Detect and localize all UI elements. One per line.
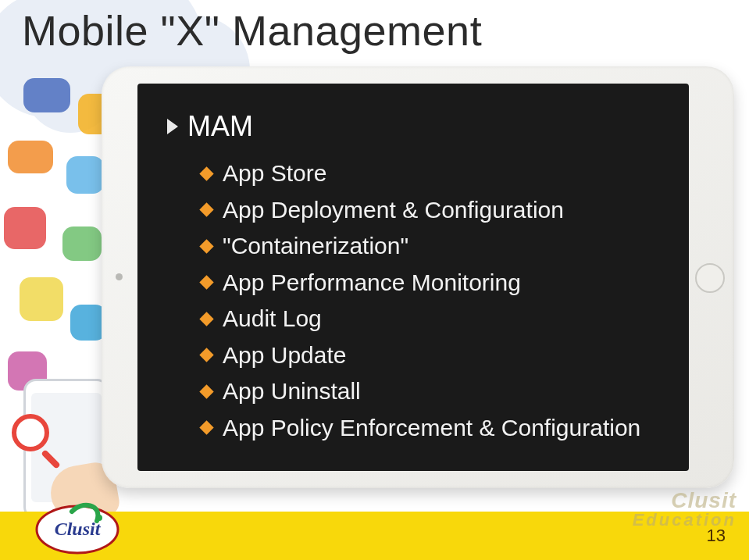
list-item-label: App Store xyxy=(223,155,326,192)
watermark-line1: Clusit xyxy=(633,490,737,512)
diamond-bullet-icon xyxy=(199,348,213,362)
footer-bar: Clusit Clusit Education 13 xyxy=(0,512,749,560)
bullet-list: App Store App Deployment & Configuration… xyxy=(167,155,659,446)
list-item-label: App Update xyxy=(223,337,346,374)
tablet-device: MAM App Store App Deployment & Configura… xyxy=(102,66,734,488)
diamond-bullet-icon xyxy=(199,312,213,326)
list-item: "Containerization" xyxy=(202,228,659,265)
list-item: App Update xyxy=(202,337,659,374)
diamond-bullet-icon xyxy=(199,239,213,253)
clusit-logo: Clusit xyxy=(34,494,136,555)
section-heading-row: MAM xyxy=(167,110,659,143)
slide-title: Mobile "X" Management xyxy=(22,6,482,55)
diamond-bullet-icon xyxy=(199,166,213,180)
list-item: App Store xyxy=(202,155,659,192)
list-item-label: App Uninstall xyxy=(223,373,361,410)
diamond-bullet-icon xyxy=(199,421,213,435)
list-item-label: Audit Log xyxy=(223,301,322,337)
diamond-bullet-icon xyxy=(199,384,213,398)
list-item: App Deployment & Configuration xyxy=(202,192,659,229)
list-item: App Performance Monitoring xyxy=(202,265,659,301)
list-item: Audit Log xyxy=(202,301,659,337)
logo-text: Clusit xyxy=(55,519,102,539)
list-item: App Policy Enforcement & Configuration xyxy=(202,410,659,447)
list-item-label: App Performance Monitoring xyxy=(223,265,521,301)
diamond-bullet-icon xyxy=(199,203,213,217)
watermark-line2: Education xyxy=(633,512,737,529)
education-watermark: Clusit Education xyxy=(633,490,737,529)
section-heading: MAM xyxy=(187,110,253,143)
list-item: App Uninstall xyxy=(202,373,659,410)
triangle-bullet-icon xyxy=(167,119,178,134)
tablet-screen: MAM App Store App Deployment & Configura… xyxy=(137,84,689,471)
magnifier-icon xyxy=(12,414,49,451)
diamond-bullet-icon xyxy=(199,276,213,290)
list-item-label: App Deployment & Configuration xyxy=(223,192,564,229)
list-item-label: "Containerization" xyxy=(223,228,408,265)
list-item-label: App Policy Enforcement & Configuration xyxy=(223,410,640,447)
